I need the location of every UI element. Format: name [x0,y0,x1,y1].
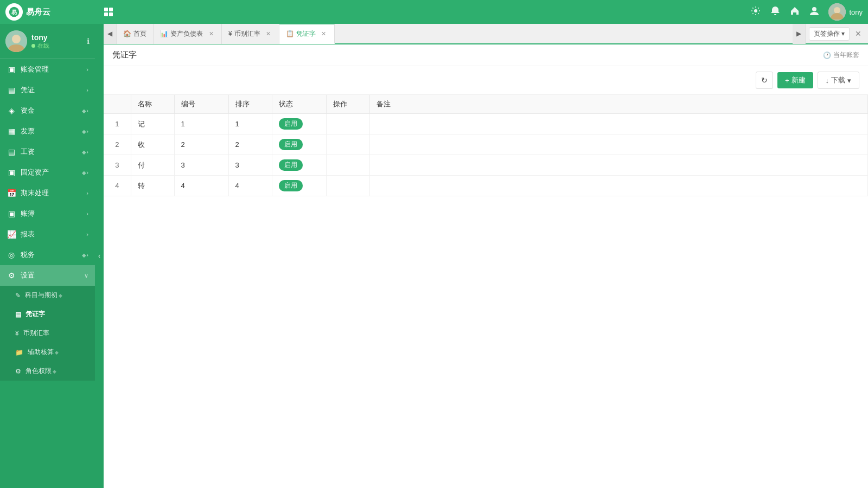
submenu-item-currency-rate[interactable]: ¥ 币别汇率 [0,324,95,343]
tab-currency-label: 币别汇率 [234,29,260,38]
sidebar-item-tax[interactable]: ◎ 税务 ◆ › [0,245,95,265]
cell-status: 启用 [272,114,326,134]
role-perm-label: 角色权限 [25,367,52,376]
period-end-icon: 📅 [7,189,16,197]
role-perm-diamond: ◆ [53,369,56,374]
user-icon[interactable] [809,5,820,19]
status-badge[interactable]: 启用 [279,159,303,171]
accounts-arrow: › [86,66,88,73]
settings-arrow: ∨ [84,272,88,279]
cell-ops [326,155,369,176]
page-ops-arrow: ▾ [841,30,845,37]
tab-currency[interactable]: ¥ 币别汇率 ✕ [222,24,279,44]
settings-icon[interactable] [750,5,761,19]
sidebar-item-period-end[interactable]: 📅 期末处理 › [0,183,95,203]
tab-next-btn[interactable]: ▶ [793,24,806,44]
refresh-button[interactable]: ↻ [756,72,773,89]
status-badge[interactable]: 启用 [279,139,303,150]
sidebar-item-ledger[interactable]: ▣ 账簿 › [0,203,95,224]
tabs-container: 🏠 首页 📊 资产负债表 ✕ ¥ 币别汇率 ✕ 📋 凭证字 ✕ [117,24,788,44]
svg-rect-2 [104,8,108,11]
submenu-item-aux-calc[interactable]: 📁 辅助核算 ◆ [0,343,95,362]
sidebar-item-invoice[interactable]: ▦ 发票 ◆ › [0,121,95,142]
notification-icon[interactable] [770,5,781,19]
cell-code: 1 [174,114,228,134]
col-header-code: 编号 [174,95,228,114]
cell-num: 3 [104,155,131,176]
sidebar: tony 在线 ℹ ▣ 账套管理 › ▤ 凭证 › ◈ 资金 [0,24,95,488]
toolbar: ↻ + 新建 ↓ 下载 ▾ [104,66,868,95]
page-content: 凭证字 🕐 当年账套 ↻ + 新建 ↓ 下载 ▾ [104,44,868,488]
sidebar-status: 在线 [31,42,82,50]
nav-grid-icon[interactable] [100,4,117,20]
tab-home-label: 首页 [133,29,146,38]
col-header-remark: 备注 [369,95,868,114]
table-row: 3 付 3 3 启用 [104,155,868,176]
tab-bar: ◀ 🏠 首页 📊 资产负债表 ✕ ¥ 币别汇率 ✕ 📋 [104,24,868,44]
cell-name: 转 [131,176,174,196]
tab-bar-right: ▶ 页签操作 ▾ ✕ [788,24,868,44]
svg-rect-5 [109,12,113,16]
tax-arrow: › [86,252,88,258]
submenu-item-subjects[interactable]: ✎ 科目与期初 ◆ [0,286,95,305]
tab-home[interactable]: 🏠 首页 [117,24,154,44]
accounts-label: 账套管理 [21,65,86,74]
cell-sort: 3 [228,155,272,176]
fixed-assets-diamond: ◆ [82,170,86,176]
tab-assets[interactable]: 📊 资产负债表 ✕ [154,24,222,44]
tab-assets-close[interactable]: ✕ [207,30,215,37]
content-area: ◀ 🏠 首页 📊 资产负债表 ✕ ¥ 币别汇率 ✕ 📋 [104,24,868,488]
sidebar-item-settings[interactable]: ⚙ 设置 ∨ [0,265,95,286]
col-header-name: 名称 [131,95,174,114]
fixed-assets-icon: ▣ [7,168,16,177]
table-row: 2 收 2 2 启用 [104,134,868,155]
sidebar-username: tony [31,33,82,42]
new-button[interactable]: + 新建 [777,72,813,88]
home-icon[interactable] [789,5,800,19]
page-ops-button[interactable]: 页签操作 ▾ [809,27,850,41]
cell-status: 启用 [272,176,326,196]
period-end-arrow: › [86,190,88,196]
sidebar-item-fixed-assets[interactable]: ▣ 固定资产 ◆ › [0,162,95,183]
subjects-icon: ✎ [15,292,21,299]
refresh-icon: ↻ [761,76,768,85]
user-area[interactable]: tony [828,3,863,21]
info-icon[interactable]: ℹ [87,37,90,46]
col-header-num [104,95,131,114]
submenu-item-role-perm[interactable]: ⚙ 角色权限 ◆ [0,362,95,381]
sidebar-item-payroll[interactable]: ▤ 工资 ◆ › [0,142,95,162]
report-icon: 📈 [7,230,16,239]
status-badge[interactable]: 启用 [279,118,303,130]
aux-calc-icon: 📁 [15,349,23,356]
status-dot [31,44,35,48]
tab-currency-close[interactable]: ✕ [265,30,272,37]
submenu-item-voucher-word[interactable]: ▤ 凭证字 [0,305,95,324]
new-plus-icon: + [785,76,789,85]
sidebar-item-fund[interactable]: ◈ 资金 ◆ › [0,100,95,121]
fund-diamond: ◆ [82,108,86,114]
tab-home-icon: 🏠 [123,30,131,37]
sidebar-item-accounts[interactable]: ▣ 账套管理 › [0,59,95,80]
status-badge[interactable]: 启用 [279,180,303,191]
main-layout: tony 在线 ℹ ▣ 账套管理 › ▤ 凭证 › ◈ 资金 [0,24,868,488]
cell-sort: 2 [228,134,272,155]
svg-text:易: 易 [11,9,17,15]
new-label: 新建 [792,75,806,85]
tab-bar-close-btn[interactable]: ✕ [853,28,864,39]
download-label: 下载 [831,75,845,85]
sidebar-item-voucher[interactable]: ▤ 凭证 › [0,80,95,100]
sidebar-item-report[interactable]: 📈 报表 › [0,224,95,245]
tab-voucher-word-close[interactable]: ✕ [320,30,328,37]
invoice-arrow: › [86,128,88,134]
report-arrow: › [86,231,88,237]
invoice-icon: ▦ [7,127,16,136]
sidebar-collapse-btn[interactable]: ‹ [95,24,104,488]
tab-voucher-word[interactable]: 📋 凭证字 ✕ [279,24,335,44]
page-title: 凭证字 [112,50,137,60]
download-button[interactable]: ↓ 下载 ▾ [818,72,860,89]
tab-prev-btn[interactable]: ◀ [104,24,117,44]
cell-name: 记 [131,114,174,134]
cell-status: 启用 [272,155,326,176]
payroll-diamond: ◆ [82,149,86,155]
fund-icon: ◈ [7,106,16,115]
